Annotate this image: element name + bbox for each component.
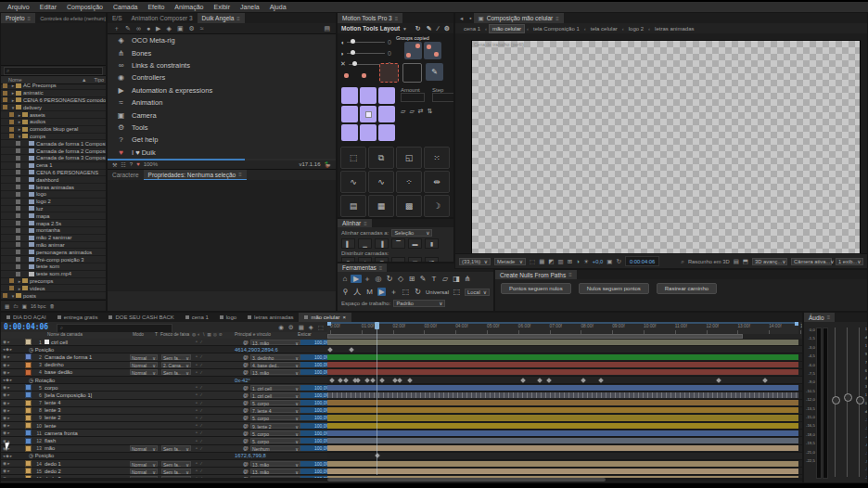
extended-viewer-icon[interactable]: ⬒ — [743, 258, 748, 265]
align-button-4[interactable]: ▔ — [391, 238, 405, 249]
duik-rig-icon[interactable]: ◈ — [167, 25, 172, 32]
layer-switches[interactable]: ⚬∕ — [191, 416, 243, 420]
mtp-pencil-card[interactable]: ✎ — [426, 63, 443, 81]
mtp-slider-row-1[interactable]: ◖0 — [340, 36, 391, 47]
duik-item-animation[interactable]: ≈Animation — [108, 96, 336, 109]
layer-color-chip[interactable] — [25, 407, 32, 414]
show-snapshot-icon[interactable]: ↻ — [616, 258, 620, 265]
tab-duik-angela[interactable]: Duik Angela≡ — [198, 13, 245, 23]
layer-duration-bar[interactable] — [327, 469, 798, 474]
blend-mode-select[interactable]: Normal∨ — [130, 369, 158, 375]
layer-switches[interactable]: ⚬∕ — [191, 423, 243, 428]
label-color-chip[interactable] — [16, 221, 20, 225]
mtp-grid-tool-6[interactable]: ∿ — [368, 171, 394, 193]
project-tree-row[interactable]: teste som — [1, 263, 106, 271]
label-color-chip[interactable] — [16, 156, 20, 161]
layer-duration-cell[interactable] — [327, 392, 802, 398]
transparency-grid-icon[interactable]: ▦ — [539, 258, 544, 265]
audio-slider-right[interactable] — [859, 327, 860, 477]
label-color-chip[interactable] — [3, 91, 7, 96]
layer-duration-bar[interactable] — [327, 430, 798, 436]
av-switches[interactable]: ◉ ▸ — [1, 446, 25, 451]
playhead-handle[interactable] — [375, 322, 379, 329]
layer-row[interactable]: ◉ ▸13mãoNormal∨Sem fa..∨⚬∕@Nenhum∨100,0% — [1, 445, 802, 453]
label-color-chip[interactable] — [3, 293, 7, 298]
label-color-chip[interactable] — [16, 148, 20, 153]
label-color-chip[interactable] — [9, 127, 14, 132]
duik-pen-icon[interactable]: ✎ — [125, 25, 131, 32]
label-color-chip[interactable] — [16, 192, 20, 197]
mtp-grid-tool-5[interactable]: ∿ — [340, 171, 366, 193]
rulers-icon[interactable]: ⊞ — [568, 258, 572, 265]
mtp-easing-card[interactable] — [424, 42, 441, 59]
stagger-down-icon[interactable]: ▱ — [409, 108, 414, 115]
mtp-grid-tool-11[interactable]: ▩ — [396, 195, 422, 217]
project-tree-row[interactable]: Camada de forma 2 Composição 1 — [1, 148, 106, 155]
align-to-select[interactable]: Seleção∨ — [391, 229, 432, 237]
layer-name[interactable]: flash — [45, 438, 130, 443]
tab-ferramentas[interactable]: Ferramentas≡ — [338, 263, 387, 272]
universal-label[interactable]: Universal — [426, 289, 449, 295]
property-graph-cell[interactable] — [327, 346, 802, 353]
resolution-select[interactable]: Metade∨ — [494, 258, 526, 265]
pickwhip-icon[interactable]: @ — [243, 438, 249, 443]
project-tree-row[interactable]: CENA 6 PERSONAGENS — [1, 170, 106, 177]
playhead-line[interactable] — [377, 328, 377, 475]
keyframe-icon[interactable] — [598, 378, 604, 383]
av-switches[interactable]: ◉ ▸ — [1, 363, 25, 367]
track-matte-select[interactable]: 2. Cama..∨ — [161, 362, 191, 367]
blend-mode-value[interactable]: Normal∨ — [130, 445, 158, 451]
parent-value[interactable]: 13. mão∨ — [250, 369, 300, 375]
project-tree-row[interactable]: ▸audios — [1, 119, 106, 126]
keyframe-icon[interactable] — [537, 378, 542, 383]
track-matte-select[interactable]: Sem fa..∨ — [161, 354, 191, 360]
navigator-handle-right[interactable] — [795, 322, 798, 326]
exposure-icon[interactable]: ☀ — [583, 258, 589, 265]
parent-value[interactable]: 1. ctrl cell∨ — [250, 385, 300, 391]
parent-link-select[interactable]: @9. lente 2∨ — [243, 423, 300, 429]
keyframe-icon[interactable] — [407, 378, 413, 383]
av-switches[interactable]: ◉ ▸ — [1, 461, 25, 466]
layer-color-chip[interactable] — [25, 415, 32, 421]
parent-value[interactable]: 3. dedinho∨ — [250, 354, 300, 360]
project-tree-row[interactable]: ▸AC Precomps — [1, 83, 106, 90]
view-select[interactable]: Câmera ativa...∨ — [791, 258, 832, 265]
av-switches[interactable]: ◉ ▸ — [1, 370, 25, 375]
project-tree-row[interactable]: logo 2 — [1, 199, 106, 206]
project-tree-row[interactable]: ▾comps — [1, 134, 106, 141]
menu-item-janela[interactable]: Janela — [240, 4, 260, 10]
parent-value[interactable]: 5. corpo∨ — [250, 400, 300, 405]
parent-link-select[interactable]: @4. base ded..∨ — [243, 362, 300, 367]
track-matte-select[interactable]: Sem fa..∨ — [161, 461, 191, 467]
menu-item-arquivo[interactable]: Arquivo — [7, 4, 30, 10]
project-tree-row[interactable]: logo — [1, 191, 106, 199]
av-switches[interactable]: ◉ ▸ — [1, 385, 25, 390]
duik-status-tools-icon[interactable]: ⚒ — [112, 161, 117, 168]
blend-mode-value[interactable]: Normal∨ — [130, 354, 158, 360]
breadcrumb-item[interactable]: logo 2 — [626, 25, 646, 32]
track-matte-select[interactable]: Sem fa..∨ — [161, 445, 191, 451]
layer-color-chip[interactable] — [25, 369, 32, 376]
menu-item-camada[interactable]: Camada — [113, 4, 137, 10]
timeline-tab-cena-1[interactable]: cena 1 — [180, 313, 214, 322]
anchor-box-icon[interactable]: ⬚ — [453, 288, 461, 296]
tab-animation-composer[interactable]: Animation Composer 3 — [126, 13, 197, 23]
av-switches[interactable]: ◉ ▸ — [1, 416, 25, 420]
tool-11-icon[interactable]: ◨ — [451, 275, 462, 283]
label-color-chip[interactable] — [16, 170, 20, 174]
layer-name[interactable]: lente 2 — [45, 415, 130, 420]
menu-item-editar[interactable]: Editar — [40, 4, 57, 10]
duik-add-icon[interactable]: ＋ — [113, 24, 120, 33]
mtp-grid-tool-4[interactable]: ⁙ — [424, 147, 450, 169]
project-tree-row[interactable]: ▸videos — [1, 285, 106, 292]
blend-mode-select[interactable]: Normal∨ — [130, 445, 158, 451]
duik-item-controllers[interactable]: ◉Controllers — [108, 71, 336, 83]
label-color-chip[interactable] — [16, 257, 20, 262]
mtp-grid-tool-7[interactable]: ⁘ — [396, 171, 422, 193]
tab-caractere[interactable]: Caractere — [108, 170, 144, 180]
align-button-3[interactable]: ▐ — [375, 238, 389, 249]
layer-row[interactable]: ◉ ▸14dedo 1Normal∨Sem fa..∨⚬∕@13. mão∨10… — [1, 460, 802, 468]
duik-item-get-help[interactable]: ?Get help — [108, 134, 336, 146]
delete-icon[interactable]: 🗑 — [49, 303, 55, 309]
mtp-layout-title[interactable]: Motion Tools Layout — [341, 25, 400, 32]
